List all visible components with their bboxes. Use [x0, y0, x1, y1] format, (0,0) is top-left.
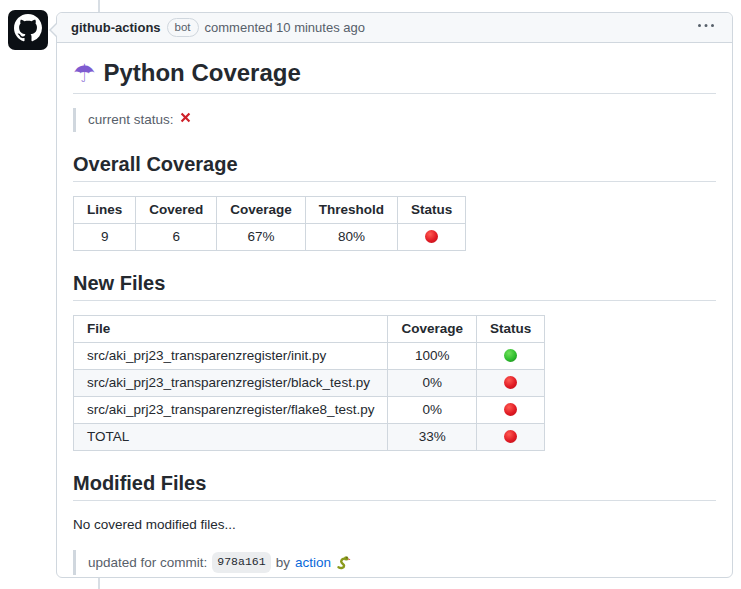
table-row-total: TOTAL 33% [74, 423, 545, 450]
cell-file: TOTAL [74, 423, 388, 450]
commit-sha: 978a161 [212, 552, 270, 573]
cell-status [476, 396, 544, 423]
cross-mark-icon [179, 110, 192, 130]
updated-label: updated for commit: [88, 553, 207, 573]
snake-icon [336, 553, 352, 573]
table-row: src/aki_prj23_transparenzregister/init.p… [74, 342, 545, 369]
current-status-quote: current status: [73, 108, 716, 132]
cell-coverage: 0% [388, 369, 477, 396]
comment-card: github-actions bot commented 10 minutes … [56, 12, 733, 578]
green-circle-icon [504, 349, 517, 362]
overall-coverage-heading: Overall Coverage [73, 152, 716, 182]
col-header-status: Status [476, 315, 544, 342]
cell-coverage: 33% [388, 423, 477, 450]
cell-coverage: 0% [388, 396, 477, 423]
status-label: current status: [88, 110, 174, 130]
avatar[interactable] [8, 10, 48, 50]
cell-coverage: 67% [217, 223, 306, 250]
table-header-row: File Coverage Status [74, 315, 545, 342]
overall-coverage-table: Lines Covered Coverage Threshold Status … [73, 196, 466, 251]
comment-header: github-actions bot commented 10 minutes … [57, 13, 732, 43]
by-label: by [276, 553, 290, 573]
github-octocat-icon [14, 14, 42, 46]
red-circle-icon [425, 230, 438, 243]
cell-lines: 9 [74, 223, 136, 250]
bot-badge: bot [167, 18, 199, 37]
new-files-table: File Coverage Status src/aki_prj23_trans… [73, 315, 545, 451]
commit-info-quote: updated for commit: 978a161 by action [73, 550, 716, 575]
col-header-status: Status [398, 196, 466, 223]
comment-body: ☂ Python Coverage current status: Overal… [57, 43, 732, 589]
author-link[interactable]: github-actions [71, 20, 161, 35]
table-row: src/aki_prj23_transparenzregister/flake8… [74, 396, 545, 423]
table-header-row: Lines Covered Coverage Threshold Status [74, 196, 466, 223]
cell-file: src/aki_prj23_transparenzregister/black_… [74, 369, 388, 396]
cell-threshold: 80% [305, 223, 397, 250]
table-row: 9 6 67% 80% [74, 223, 466, 250]
no-modified-files-text: No covered modified files... [73, 515, 716, 535]
col-header-coverage: Coverage [388, 315, 477, 342]
col-header-threshold: Threshold [305, 196, 397, 223]
modified-files-heading: Modified Files [73, 471, 716, 501]
report-title-text: Python Coverage [103, 59, 300, 87]
action-link[interactable]: action [295, 553, 331, 573]
col-header-lines: Lines [74, 196, 136, 223]
new-files-heading: New Files [73, 271, 716, 301]
red-circle-icon [504, 403, 517, 416]
report-title: ☂ Python Coverage [73, 59, 716, 94]
col-header-coverage: Coverage [217, 196, 306, 223]
comment-menu-button[interactable] [694, 16, 718, 39]
umbrella-icon: ☂ [73, 61, 95, 86]
timestamp-link[interactable]: commented 10 minutes ago [205, 20, 365, 35]
cell-status [476, 342, 544, 369]
cell-file: src/aki_prj23_transparenzregister/init.p… [74, 342, 388, 369]
cell-status [398, 223, 466, 250]
table-row: src/aki_prj23_transparenzregister/black_… [74, 369, 545, 396]
red-circle-icon [504, 376, 517, 389]
kebab-icon [698, 18, 714, 37]
cell-file: src/aki_prj23_transparenzregister/flake8… [74, 396, 388, 423]
cell-covered: 6 [136, 223, 217, 250]
red-circle-icon [504, 430, 517, 443]
col-header-file: File [74, 315, 388, 342]
cell-status [476, 369, 544, 396]
cell-coverage: 100% [388, 342, 477, 369]
col-header-covered: Covered [136, 196, 217, 223]
cell-status [476, 423, 544, 450]
